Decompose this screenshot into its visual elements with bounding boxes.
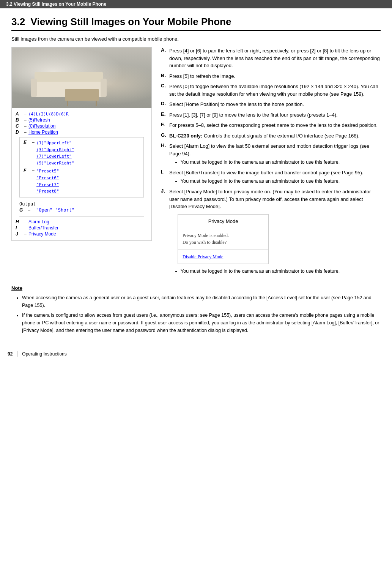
list-item-i: I. Select [Buffer/Transfer] to view the … [161, 169, 381, 185]
item-letter-g: G. [161, 132, 168, 138]
preset-f-list: "Preset5" "Preset6" "Preset7" "Preset8" [36, 168, 59, 194]
ctrl-content-d[interactable]: Home Position [28, 130, 58, 135]
divider-1 [19, 216, 144, 217]
list-item-e: E. Press [1], [3], [7] or [9] to move th… [161, 111, 381, 119]
output-g-row: G – "Open" "Short" [19, 207, 144, 213]
control-row-h: H – Alarm Log [16, 219, 148, 224]
list-item-b: B. Press [5] to refresh the image. [161, 73, 381, 80]
camera-image [12, 47, 151, 108]
sub-bullet-i-1: You must be logged in to the camera as a… [181, 178, 381, 185]
preset-e-3[interactable]: (7)"LowerLeft" [36, 153, 74, 160]
preset-f-1[interactable]: "Preset5" [36, 168, 59, 175]
item-text-c: Press [0] to toggle between the availabl… [169, 83, 381, 98]
control-row-j: J – Privacy Mode [16, 231, 148, 237]
ctrl-label-d: D [16, 130, 24, 135]
preset-e-list: (1)"UpperLeft" (3)"UpperRight" (7)"Lower… [36, 140, 74, 166]
note-section: Note When accessing the camera as a gene… [11, 285, 381, 334]
footer-bar: 92 Operating Instructions [0, 348, 392, 360]
control-row-i: I – Buffer/Transfer [16, 225, 148, 231]
privacy-box-title: Privacy Mode [178, 215, 268, 229]
preset-e-1[interactable]: (1)"UpperLeft" [36, 140, 74, 147]
list-item-c: C. Press [0] to toggle between the avail… [161, 83, 381, 98]
section-number: 3.2 [11, 16, 25, 27]
ctrl-label-b: B [16, 117, 24, 123]
output-g-label: G [19, 207, 28, 213]
control-row-a: A – (4)L(2)U(8)D(6)R [16, 111, 148, 117]
privacy-box: Privacy Mode Privacy Mode is enabled.Do … [178, 214, 269, 264]
item-text-j: Select [Privacy Mode] to turn privacy mo… [169, 188, 381, 275]
note-item-2: If the camera is configured to allow acc… [22, 311, 381, 334]
top-bar: 3.2 Viewing Still Images on Your Mobile … [0, 0, 392, 8]
preset-e-label: E [24, 140, 32, 145]
output-g-content[interactable]: "Open" "Short" [36, 207, 74, 213]
list-item-d: D. Select [Home Position] to move the le… [161, 101, 381, 108]
ctrl-content-a[interactable]: (4)L(2)U(8)D(6)R [28, 112, 69, 117]
item-text-d: Select [Home Position] to move the lens … [169, 101, 381, 108]
preset-f-3[interactable]: "Preset7" [36, 182, 59, 188]
sub-bullet-h: You must be logged in to the camera as a… [175, 159, 381, 166]
preset-e-2[interactable]: (3)"UpperRight" [36, 147, 74, 153]
sub-bullet-i: You must be logged in to the camera as a… [175, 178, 381, 185]
item-letter-i: I. [161, 169, 168, 175]
list-item-h: H. Select [Alarm Log] to view the last 5… [161, 142, 381, 166]
list-item-j: J. Select [Privacy Mode] to turn privacy… [161, 188, 381, 275]
item-text-a: Press [4] or [6] to pan the lens left or… [169, 47, 381, 70]
item-list: A. Press [4] or [6] to pan the lens left… [161, 47, 381, 275]
control-row-d: D – Home Position [16, 130, 148, 135]
list-item-a: A. Press [4] or [6] to pan the lens left… [161, 47, 381, 70]
controls-area: A – (4)L(2)U(8)D(6)R B – (5)Refresh C – … [12, 108, 151, 240]
ctrl-content-b[interactable]: (5)Refresh [28, 117, 50, 123]
table-decoration [65, 89, 99, 101]
item-letter-a: A. [161, 47, 168, 53]
output-section: Output G – "Open" "Short" [16, 200, 148, 214]
ctrl-label-i: I [16, 225, 24, 231]
content-row: A – (4)L(2)U(8)D(6)R B – (5)Refresh C – … [11, 47, 381, 278]
ctrl-label-a: A [16, 111, 24, 117]
footer-label: Operating Instructions [22, 351, 66, 357]
sub-bullet-j: You must be logged in to the camera as a… [175, 268, 381, 275]
bold-blc230: BL-C230 only: [169, 133, 202, 139]
item-text-g: BL-C230 only: Controls the output signal… [169, 132, 381, 140]
ctrl-label-h: H [16, 219, 24, 224]
ctrl-content-h[interactable]: Alarm Log [28, 219, 49, 224]
item-letter-f: F. [161, 122, 168, 127]
note-title: Note [11, 285, 381, 291]
preset-f-label: F [24, 168, 32, 173]
page-container: 3.2 Viewing Still Images on Your Mobile … [0, 8, 392, 348]
control-row-c: C – (0)Resolution [16, 123, 148, 129]
ctrl-content-i[interactable]: Buffer/Transfer [28, 225, 58, 231]
top-bar-text: 3.2 Viewing Still Images on Your Mobile … [6, 2, 106, 7]
preset-f-row: F – "Preset5" "Preset6" "Preset7" "Prese… [24, 168, 140, 194]
item-text-e: Press [1], [3], [7] or [9] to move the l… [169, 111, 381, 119]
item-letter-c: C. [161, 83, 168, 88]
disable-privacy-link[interactable]: Disable Privacy Mode [183, 254, 223, 259]
preset-f-4[interactable]: "Preset8" [36, 188, 59, 195]
privacy-box-footer: Disable Privacy Mode [178, 250, 268, 264]
intro-text: Still images from the camera can be view… [11, 36, 381, 42]
privacy-box-body: Privacy Mode is enabled.Do you wish to d… [178, 228, 268, 250]
presets-box: E – (1)"UpperLeft" (3)"UpperRight" (7)"L… [19, 137, 144, 197]
output-label: Output [19, 201, 144, 207]
sub-bullet-j-1: You must be logged in to the camera as a… [181, 268, 381, 275]
note-list: When accessing the camera as a general u… [11, 294, 381, 334]
item-letter-j: J. [161, 188, 168, 194]
item-letter-h: H. [161, 142, 168, 148]
item-letter-e: E. [161, 111, 168, 117]
item-letter-d: D. [161, 101, 168, 106]
section-heading: Viewing Still Images on Your Mobile Phon… [31, 16, 231, 27]
left-panel: A – (4)L(2)U(8)D(6)R B – (5)Refresh C – … [11, 47, 152, 241]
preset-e-4[interactable]: (9)"LowerRight" [36, 160, 74, 167]
control-row-b: B – (5)Refresh [16, 117, 148, 123]
sub-bullet-h-1: You must be logged in to the camera as a… [181, 159, 381, 166]
ctrl-label-c: C [16, 123, 24, 129]
preset-e-row: E – (1)"UpperLeft" (3)"UpperRight" (7)"L… [24, 140, 140, 166]
note-item-1: When accessing the camera as a general u… [22, 294, 381, 309]
section-title: 3.2 Viewing Still Images on Your Mobile … [11, 16, 381, 31]
preset-f-2[interactable]: "Preset6" [36, 175, 59, 182]
list-item-f: F. For presets 5–8, select the correspon… [161, 122, 381, 129]
ctrl-content-j[interactable]: Privacy Mode [28, 231, 56, 237]
item-text-i: Select [Buffer/Transfer] to view the ima… [169, 169, 381, 185]
ctrl-content-c[interactable]: (0)Resolution [28, 123, 55, 129]
ctrl-label-j: J [16, 231, 24, 237]
list-item-g: G. BL-C230 only: Controls the output sig… [161, 132, 381, 140]
